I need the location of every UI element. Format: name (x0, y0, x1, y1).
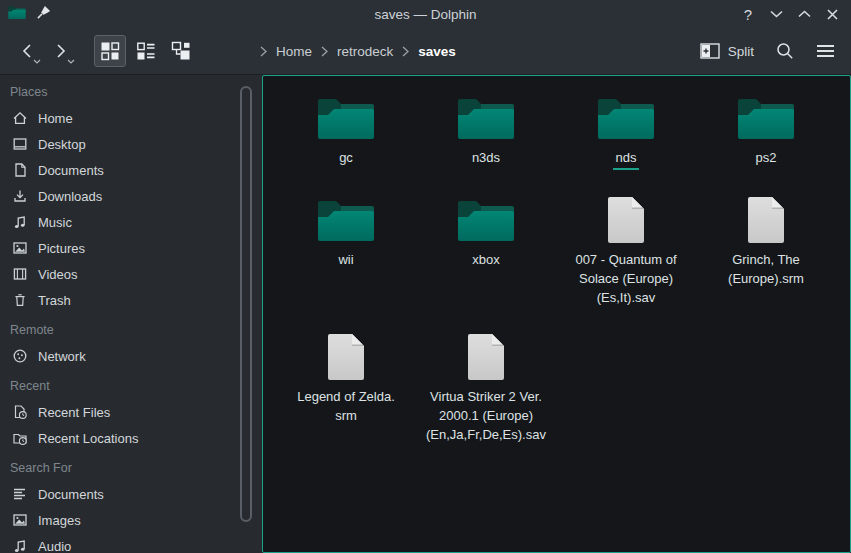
section-header-places: Places (0, 79, 238, 105)
breadcrumb-separator-icon[interactable] (260, 46, 267, 57)
icons-view-button[interactable] (94, 35, 126, 67)
folder-icon (457, 95, 515, 141)
music-note-icon (12, 214, 28, 230)
folder-item-nds[interactable]: nds (556, 92, 696, 170)
sidebar-item-downloads[interactable]: Downloads (0, 183, 238, 209)
tree-view-icon (171, 41, 193, 61)
sidebar-item-search-documents[interactable]: Documents (0, 481, 238, 507)
sidebar-item-search-audio[interactable]: Audio (0, 533, 238, 553)
file-icon (746, 195, 786, 245)
sidebar-item-search-images[interactable]: Images (0, 507, 238, 533)
sidebar-item-home[interactable]: Home (0, 105, 238, 131)
sidebar-item-music[interactable]: Music (0, 209, 238, 235)
sidebar-item-recent-locations[interactable]: Recent Locations (0, 425, 238, 451)
folder-item-wii[interactable]: wii (276, 194, 416, 307)
icons-view-icon (100, 41, 120, 61)
home-icon (12, 110, 28, 126)
sidebar-item-trash[interactable]: Trash (0, 287, 238, 313)
image-icon (12, 512, 28, 528)
recent-folder-icon (12, 430, 28, 446)
file-item-007-quantum-of-solace[interactable]: 007 - Quantum of Solace (Europe) (Es,It)… (556, 194, 696, 307)
forward-dropdown-icon (67, 59, 75, 64)
dolphin-window: saves — Dolphin ? (0, 0, 851, 553)
image-icon (12, 240, 28, 256)
folder-icon (317, 197, 375, 243)
file-item-virtua-striker-2[interactable]: Virtua Striker 2 Ver. 2000.1 (Europe) (E… (416, 331, 556, 444)
back-dropdown-icon (33, 59, 41, 64)
section-header-recent: Recent (0, 373, 238, 399)
split-button-label: Split (728, 44, 754, 59)
sidebar-item-videos[interactable]: Videos (0, 261, 238, 287)
close-button[interactable] (821, 3, 843, 25)
trash-icon (12, 292, 28, 308)
menu-button[interactable] (816, 44, 835, 58)
folder-view[interactable]: gc n3ds nds ps2 (262, 75, 851, 553)
section-header-remote: Remote (0, 317, 238, 343)
breadcrumb: Home retrodeck saves (260, 44, 456, 59)
sidebar-item-pictures[interactable]: Pictures (0, 235, 238, 261)
folder-item-ps2[interactable]: ps2 (696, 92, 836, 170)
folder-icon (597, 95, 655, 141)
sidebar-item-recent-files[interactable]: Recent Files (0, 399, 238, 425)
details-view-icon (136, 41, 156, 61)
desktop-icon (12, 136, 28, 152)
sidebar-item-desktop[interactable]: Desktop (0, 131, 238, 157)
document-icon (12, 162, 28, 178)
breadcrumb-saves[interactable]: saves (418, 44, 456, 59)
toolbar: Home retrodeck saves Split (0, 28, 851, 75)
sidebar-item-network[interactable]: Network (0, 343, 238, 369)
split-view-icon (700, 43, 720, 59)
folder-icon (737, 95, 795, 141)
sidebar-scrollbar[interactable] (239, 75, 254, 553)
file-icon (606, 195, 646, 245)
file-icon (466, 332, 506, 382)
file-icon (326, 332, 366, 382)
maximize-button[interactable] (793, 3, 815, 25)
window-title: saves — Dolphin (0, 7, 851, 22)
recent-file-icon (12, 404, 28, 420)
folder-item-n3ds[interactable]: n3ds (416, 92, 556, 170)
hamburger-icon (816, 44, 835, 58)
window-folder-icon (8, 5, 26, 24)
sidebar-item-documents[interactable]: Documents (0, 157, 238, 183)
forward-button[interactable] (46, 35, 76, 67)
pin-icon[interactable] (36, 5, 51, 24)
search-icon (776, 42, 794, 60)
folder-item-gc[interactable]: gc (276, 92, 416, 170)
breadcrumb-home[interactable]: Home (276, 44, 312, 59)
folder-icon (317, 95, 375, 141)
breadcrumb-separator-icon (402, 46, 409, 57)
breadcrumb-retrodeck[interactable]: retrodeck (337, 44, 393, 59)
file-item-legend-of-zelda[interactable]: Legend of Zelda. srm (276, 331, 416, 444)
film-icon (12, 266, 28, 282)
network-icon (12, 348, 28, 364)
folder-item-xbox[interactable]: xbox (416, 194, 556, 307)
view-mode-group (94, 35, 198, 67)
download-icon (12, 188, 28, 204)
search-button[interactable] (776, 42, 794, 60)
minimize-button[interactable] (765, 3, 787, 25)
split-button[interactable]: Split (700, 43, 754, 59)
back-button[interactable] (12, 35, 42, 67)
music-note-icon (12, 538, 28, 553)
tree-view-button[interactable] (166, 35, 198, 67)
help-button[interactable]: ? (737, 3, 759, 25)
file-item-grinch-the[interactable]: Grinch, The (Europe).srm (696, 194, 836, 307)
breadcrumb-separator-icon (321, 46, 328, 57)
folder-icon (457, 197, 515, 243)
section-header-search-for: Search For (0, 455, 238, 481)
places-panel: Places Home Desktop Documents Downloads … (0, 75, 238, 553)
text-lines-icon (12, 486, 28, 502)
titlebar[interactable]: saves — Dolphin ? (0, 0, 851, 28)
details-view-button[interactable] (130, 35, 162, 67)
sidebar-scrollbar-handle[interactable] (240, 86, 252, 522)
